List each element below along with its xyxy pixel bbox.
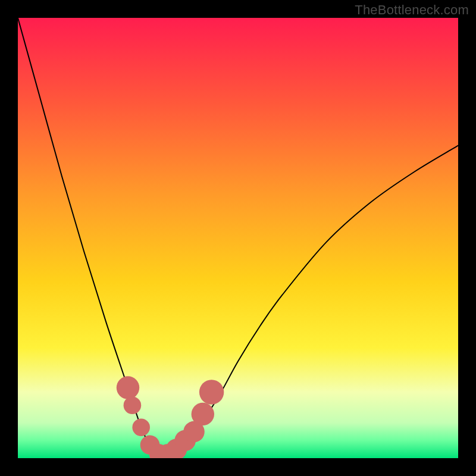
gradient-background (18, 18, 458, 458)
chart-frame: TheBottleneck.com (0, 0, 476, 476)
watermark-text: TheBottleneck.com (355, 2, 469, 18)
plot-area (18, 18, 458, 458)
svg-rect-0 (18, 18, 458, 458)
